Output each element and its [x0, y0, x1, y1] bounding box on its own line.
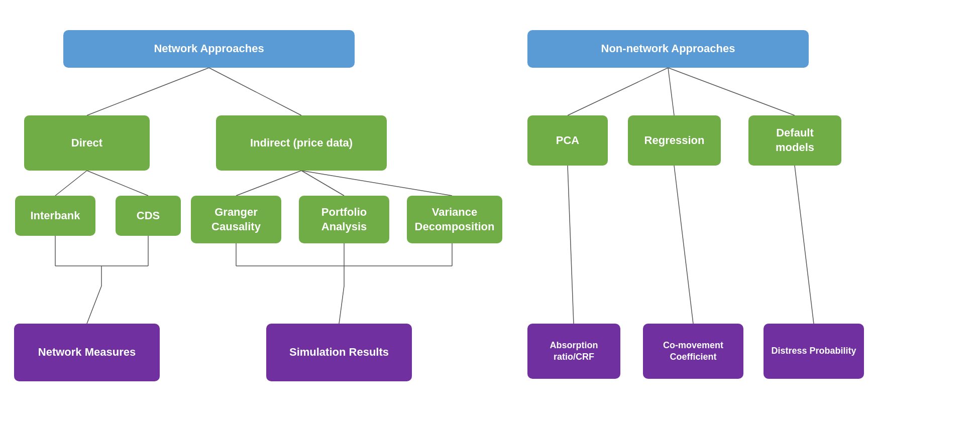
pca-node: PCA: [527, 115, 608, 166]
svg-line-21: [568, 166, 574, 324]
diagram-container: Network Approaches Direct Indirect (pric…: [0, 0, 980, 435]
granger-causality-node: Granger Causality: [191, 196, 281, 243]
network-approaches-node: Network Approaches: [63, 30, 355, 68]
absorption-ratio-node: Absorption ratio/CRF: [527, 324, 620, 379]
direct-node: Direct: [24, 115, 150, 171]
svg-line-18: [568, 68, 668, 115]
regression-node: Regression: [628, 115, 721, 166]
variance-decomposition-node: Variance Decomposition: [407, 196, 502, 243]
svg-line-19: [668, 68, 674, 115]
svg-line-22: [674, 166, 693, 324]
svg-line-1: [209, 68, 301, 115]
svg-line-17: [339, 286, 344, 324]
svg-line-2: [55, 171, 87, 196]
interbank-node: Interbank: [15, 196, 95, 236]
svg-line-0: [87, 68, 209, 115]
svg-line-5: [301, 171, 344, 196]
non-network-approaches-node: Non-network Approaches: [527, 30, 809, 68]
distress-probability-node: Distress Probability: [764, 324, 864, 379]
simulation-results-node: Simulation Results: [266, 324, 412, 381]
svg-line-23: [795, 166, 814, 324]
cds-node: CDS: [116, 196, 181, 236]
svg-line-3: [87, 171, 148, 196]
portfolio-analysis-node: Portfolio Analysis: [299, 196, 389, 243]
svg-line-20: [668, 68, 795, 115]
network-measures-node: Network Measures: [14, 324, 160, 381]
svg-line-6: [301, 171, 452, 196]
indirect-node: Indirect (price data): [216, 115, 387, 171]
default-models-node: Default models: [748, 115, 841, 166]
svg-line-4: [236, 171, 301, 196]
svg-line-16: [87, 286, 101, 324]
comovement-coefficient-node: Co-movement Coefficient: [643, 324, 743, 379]
